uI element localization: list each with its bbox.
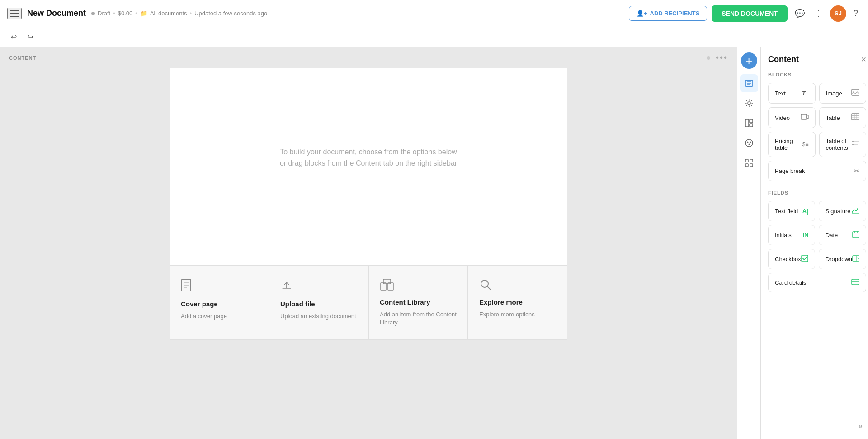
send-document-button[interactable]: SEND DOCUMENT — [712, 5, 788, 22]
svg-rect-44 — [802, 255, 808, 262]
content-library-title: Content Library — [380, 298, 457, 306]
upload-file-card[interactable]: Upload file Upload an existing document — [269, 265, 368, 340]
upload-file-desc: Upload an existing document — [280, 312, 357, 320]
explore-more-desc: Explore more options — [479, 310, 556, 319]
svg-rect-23 — [745, 164, 748, 167]
svg-rect-28 — [852, 114, 859, 120]
field-signature[interactable]: Signature — [819, 201, 866, 221]
section-label: CONTENT — [9, 55, 36, 61]
hamburger-menu-button[interactable] — [7, 8, 22, 19]
sidebar-plus-button[interactable]: + — [741, 52, 757, 69]
fields-section-label: FIELDS — [768, 190, 866, 196]
cover-page-card[interactable]: Cover page Add a cover page — [170, 265, 269, 340]
upload-file-title: Upload file — [280, 300, 357, 308]
svg-rect-14 — [745, 119, 749, 127]
editor-toolbar: ↩ ↪ — [0, 27, 868, 47]
svg-point-17 — [745, 139, 753, 147]
date-field-icon — [852, 231, 859, 239]
page-break-block-icon: ✂ — [854, 167, 859, 175]
svg-point-26 — [853, 91, 854, 92]
toc-block-icon — [851, 140, 859, 149]
redo-button[interactable]: ↪ — [24, 31, 37, 43]
sidebar-content-panel: Content × BLOCKS Text T↑ Image — [761, 47, 868, 439]
svg-rect-40 — [853, 232, 859, 238]
text-block-icon: T↑ — [802, 90, 808, 97]
block-pricing-table[interactable]: Pricing table $≡ — [768, 132, 816, 157]
sidebar-wrapper: + Content — [737, 47, 868, 439]
checkbox-field-icon — [801, 255, 808, 263]
svg-rect-22 — [750, 159, 753, 162]
field-checkbox[interactable]: Checkbox — [768, 249, 815, 269]
fields-grid: Text field A| Signature Initials IN — [768, 201, 866, 292]
explore-more-card[interactable]: Explore more Explore more options — [468, 265, 567, 340]
sidebar-close-button[interactable]: × — [861, 54, 866, 65]
document-canvas: CONTENT ••• To build your document, choo… — [0, 47, 737, 439]
block-table[interactable]: Table — [819, 107, 867, 128]
sidebar-icon-content[interactable] — [740, 74, 758, 92]
block-video[interactable]: Video — [768, 107, 816, 128]
status-dot — [91, 12, 95, 15]
sidebar-icon-strip: + — [737, 47, 761, 439]
initials-field-icon: IN — [803, 232, 808, 239]
collapse-sidebar-button[interactable]: » — [859, 422, 863, 430]
svg-point-20 — [748, 144, 750, 145]
cover-page-title: Cover page — [181, 300, 258, 308]
undo-button[interactable]: ↩ — [7, 31, 20, 43]
more-options-button[interactable]: ⋮ — [812, 6, 826, 21]
sidebar-header: Content × — [768, 54, 866, 65]
svg-rect-27 — [801, 114, 807, 119]
svg-rect-16 — [750, 124, 753, 127]
svg-point-13 — [748, 102, 750, 105]
nav-left: New Document Draft • $0.00 • 📁 All docum… — [7, 8, 623, 19]
placeholder-text: To build your document, choose from the … — [280, 146, 457, 169]
field-dropdown[interactable]: Dropdown — [819, 249, 866, 269]
add-recipients-button[interactable]: 👤+ ADD RECIPIENTS — [629, 6, 707, 21]
folder-icon: 📁 — [140, 10, 147, 17]
blocks-grid: Text T↑ Image Video — [768, 83, 866, 181]
section-dot — [707, 56, 710, 60]
sidebar-icon-layout[interactable] — [740, 114, 758, 132]
svg-rect-47 — [852, 279, 859, 285]
field-text-field[interactable]: Text field A| — [768, 201, 815, 221]
doc-location: All documents — [150, 10, 187, 17]
svg-point-19 — [750, 142, 751, 143]
add-recipients-icon: 👤+ — [637, 10, 647, 17]
field-card-details[interactable]: Card details — [768, 273, 866, 292]
chat-icon-button[interactable]: 💬 — [792, 6, 807, 21]
field-initials[interactable]: Initials IN — [768, 225, 815, 245]
content-library-card[interactable]: Content Library Add an item from the Con… — [368, 265, 468, 340]
sidebar-icon-settings[interactable] — [740, 94, 758, 112]
sidebar-icon-grid[interactable] — [740, 154, 758, 172]
svg-rect-24 — [750, 164, 753, 167]
block-image[interactable]: Image — [819, 83, 867, 104]
section-more-button[interactable]: ••• — [716, 52, 728, 63]
cover-page-desc: Add a cover page — [181, 312, 258, 320]
nav-right: 👤+ ADD RECIPIENTS SEND DOCUMENT 💬 ⋮ SJ ? — [629, 5, 861, 22]
explore-more-title: Explore more — [479, 298, 556, 306]
document-meta: Draft • $0.00 • 📁 All documents • Update… — [91, 10, 267, 17]
blocks-section-label: BLOCKS — [768, 72, 866, 77]
dropdown-field-icon — [852, 255, 859, 263]
user-avatar[interactable]: SJ — [830, 5, 846, 22]
upload-file-icon — [280, 278, 357, 296]
sidebar-icon-palette[interactable] — [740, 134, 758, 152]
content-library-icon — [380, 278, 457, 294]
add-recipients-label: ADD RECIPIENTS — [650, 10, 700, 17]
table-block-icon — [851, 113, 859, 122]
cover-page-icon — [181, 278, 258, 296]
content-label-bar: CONTENT ••• — [0, 47, 737, 68]
page-inner: To build your document, choose from the … — [170, 68, 567, 265]
block-page-break[interactable]: Page break ✂ — [768, 161, 866, 181]
pricing-table-block-icon: $≡ — [802, 141, 809, 148]
right-sidebar: + Content — [737, 47, 868, 439]
content-library-desc: Add an item from the Content Library — [380, 310, 457, 327]
image-block-icon — [851, 89, 859, 98]
block-text[interactable]: Text T↑ — [768, 83, 816, 104]
svg-point-18 — [747, 142, 748, 143]
video-block-icon — [801, 114, 809, 122]
svg-line-8 — [487, 286, 491, 290]
field-date[interactable]: Date — [819, 225, 866, 245]
block-table-of-contents[interactable]: Table of contents — [819, 132, 867, 157]
top-nav: New Document Draft • $0.00 • 📁 All docum… — [0, 0, 868, 27]
help-button[interactable]: ? — [851, 6, 861, 21]
